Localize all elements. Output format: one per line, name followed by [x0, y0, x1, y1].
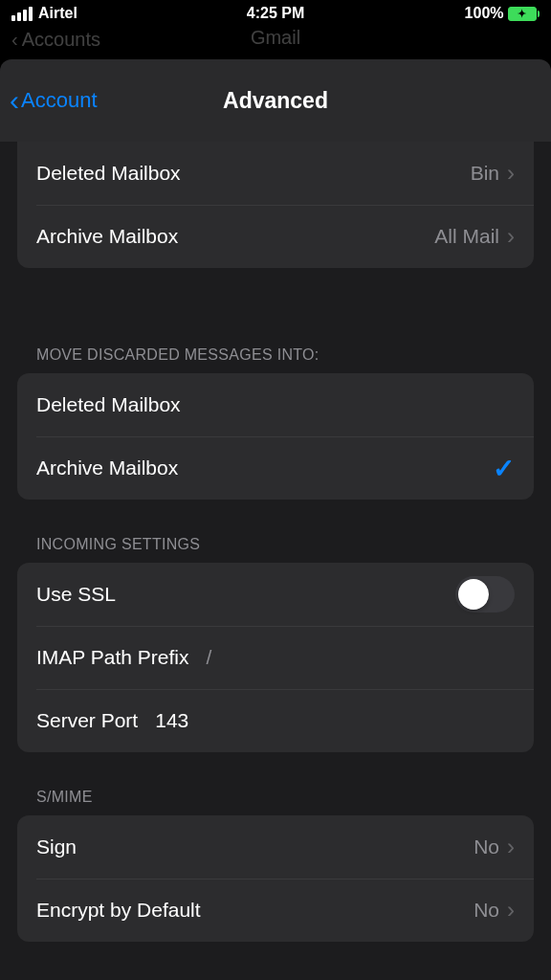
battery-icon: ✦: [508, 7, 540, 21]
cellular-signal-icon: [11, 7, 33, 21]
smime-section-header: S/MIME: [0, 789, 551, 815]
imap-path-prefix-row[interactable]: IMAP Path Prefix /: [17, 626, 534, 689]
status-right: 100% ✦: [465, 5, 540, 22]
row-label: Archive Mailbox: [36, 225, 434, 248]
row-label: Encrypt by Default: [36, 899, 474, 922]
archive-mailbox-row[interactable]: Archive Mailbox All Mail ›: [17, 205, 534, 268]
row-value: All Mail: [434, 225, 499, 248]
chevron-right-icon: ›: [507, 897, 515, 924]
discarded-option-archive[interactable]: Archive Mailbox ✓: [17, 436, 534, 500]
discarded-group: Deleted Mailbox Archive Mailbox ✓: [17, 373, 534, 500]
ghost-title: Gmail: [0, 27, 551, 49]
row-value: 143: [155, 709, 188, 732]
row-value: Bin: [471, 162, 499, 185]
deleted-mailbox-row[interactable]: Deleted Mailbox Bin ›: [17, 142, 534, 205]
discarded-option-deleted[interactable]: Deleted Mailbox: [17, 373, 534, 436]
checkmark-icon: ✓: [493, 453, 515, 484]
chevron-right-icon: ›: [507, 834, 515, 860]
smime-group: Sign No › Encrypt by Default No ›: [17, 815, 534, 942]
row-label: Sign: [36, 835, 474, 858]
option-label: Deleted Mailbox: [36, 393, 515, 416]
page-title: Advanced: [0, 88, 551, 114]
mailbox-behaviors-group: Deleted Mailbox Bin › Archive Mailbox Al…: [17, 142, 534, 268]
encrypt-by-default-row[interactable]: Encrypt by Default No ›: [17, 879, 534, 942]
use-ssl-toggle[interactable]: [455, 576, 515, 612]
row-label: IMAP Path Prefix: [36, 646, 189, 669]
status-left: Airtel: [11, 5, 77, 22]
row-label: Server Port: [36, 709, 138, 732]
row-label: Deleted Mailbox: [36, 162, 471, 185]
incoming-section-header: INCOMING SETTINGS: [0, 536, 551, 563]
incoming-group: Use SSL IMAP Path Prefix / Server Port 1…: [17, 563, 534, 752]
server-port-row[interactable]: Server Port 143: [17, 689, 534, 752]
carrier-label: Airtel: [38, 5, 77, 22]
status-bar: Airtel 4:25 PM 100% ✦: [0, 0, 551, 27]
row-value: No: [474, 899, 499, 922]
discarded-section-header: MOVE DISCARDED MESSAGES INTO:: [0, 346, 551, 373]
row-label: Use SSL: [36, 583, 455, 606]
row-value: No: [474, 835, 499, 858]
option-label: Archive Mailbox: [36, 457, 493, 479]
battery-percent: 100%: [465, 5, 504, 22]
row-value: /: [207, 646, 212, 669]
chevron-right-icon: ›: [507, 223, 515, 250]
sign-row[interactable]: Sign No ›: [17, 815, 534, 879]
use-ssl-row: Use SSL: [17, 563, 534, 626]
navigation-bar: ‹ Account Advanced: [0, 59, 551, 142]
content: Deleted Mailbox Bin › Archive Mailbox Al…: [0, 142, 551, 980]
chevron-right-icon: ›: [507, 160, 515, 187]
